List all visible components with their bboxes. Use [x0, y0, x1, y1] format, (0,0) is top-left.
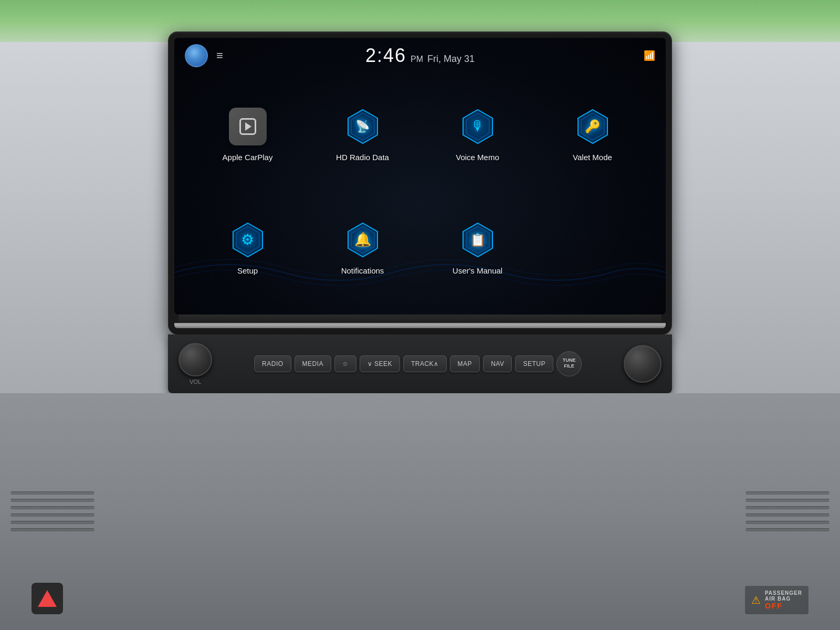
seek-down-button[interactable]: ∨ SEEK	[360, 355, 400, 372]
setup-button[interactable]: SETUP	[515, 355, 553, 372]
bottom-dashboard: ⚠ PASSENGER AIR BAG OFF	[0, 393, 840, 631]
vent-slot	[746, 506, 830, 509]
file-label: FILE	[564, 364, 574, 369]
app-item-empty	[535, 190, 650, 303]
time-ampm: PM	[411, 55, 423, 64]
carplay-play-symbol	[239, 118, 256, 135]
notifications-hex-icon: 🔔	[344, 221, 382, 259]
app-grid: Apple CarPlay 📡	[174, 71, 666, 314]
voice-memo-glyph: 🎙	[471, 118, 485, 134]
setup-hex-icon: ⚙	[229, 221, 267, 259]
users-manual-label: User's Manual	[453, 266, 502, 275]
screen: ≡ 2:46 PM Fri, May 31 📶	[174, 38, 666, 314]
valet-mode-glyph: 🔑	[585, 119, 601, 134]
time-display: 2:46	[365, 45, 406, 67]
screen-bezel: ≡ 2:46 PM Fri, May 31 📶	[168, 32, 672, 334]
notifications-glyph: 🔔	[354, 232, 371, 248]
app-item-hd-radio-data[interactable]: 📡 HD Radio Data	[305, 77, 420, 190]
header-bar: ≡ 2:46 PM Fri, May 31 📶	[174, 38, 666, 71]
date-display: Fri, May 31	[427, 54, 475, 65]
setup-label: Setup	[237, 266, 258, 275]
hd-radio-label: HD Radio Data	[336, 153, 389, 162]
app-item-users-manual[interactable]: 📋 User's Manual	[420, 190, 535, 303]
control-panel: VOL RADIO MEDIA ☆ ∨ SEEK TRACK∧ MAP NAV …	[168, 334, 672, 393]
avatar[interactable]	[185, 44, 208, 67]
setup-glyph: ⚙	[241, 231, 254, 248]
tune-knob[interactable]	[624, 345, 662, 383]
app-item-setup[interactable]: ⚙ Setup	[190, 190, 305, 303]
valet-mode-hex-icon: 🔑	[574, 108, 612, 145]
apple-carplay-icon-container	[227, 106, 269, 148]
apple-carplay-icon	[229, 108, 267, 145]
notifications-label: Notifications	[341, 266, 384, 275]
vent-slot	[10, 513, 94, 517]
vent-slot	[746, 513, 830, 517]
hd-radio-hex-icon: 📡	[344, 108, 382, 145]
track-up-button[interactable]: TRACK∧	[403, 355, 447, 372]
screen-content: ≡ 2:46 PM Fri, May 31 📶	[174, 38, 666, 314]
voice-memo-icon-container: 🎙	[457, 106, 499, 148]
notifications-icon-container: 🔔	[342, 219, 384, 261]
vent-slot	[746, 528, 830, 531]
vol-knob-wrapper: VOL	[178, 343, 212, 385]
carplay-triangle	[245, 122, 251, 131]
app-item-apple-carplay[interactable]: Apple CarPlay	[190, 77, 305, 190]
users-manual-icon-container: 📋	[457, 219, 499, 261]
setup-icon-container: ⚙	[227, 219, 269, 261]
apple-carplay-label: Apple CarPlay	[223, 153, 273, 162]
nav-button[interactable]: NAV	[483, 355, 512, 372]
radio-button[interactable]: RADIO	[254, 355, 291, 372]
mount-frame	[178, 314, 662, 323]
voice-memo-hex-icon: 🎙	[459, 108, 497, 145]
right-vent	[735, 393, 840, 631]
hamburger-menu-icon[interactable]: ≡	[216, 50, 223, 61]
app-item-voice-memo[interactable]: 🎙 Voice Memo	[420, 77, 535, 190]
right-vent-slots	[735, 393, 840, 631]
vent-slot	[746, 499, 830, 502]
vent-slot	[10, 506, 94, 509]
vent-slot	[10, 499, 94, 502]
hazard-triangle-icon	[38, 590, 57, 607]
vent-slot	[10, 491, 94, 495]
tune-label: TUNE	[563, 358, 576, 363]
vent-slot	[746, 521, 830, 524]
header-left: ≡	[185, 44, 223, 67]
hd-radio-glyph: 📡	[355, 120, 370, 133]
vent-slot	[10, 528, 94, 531]
hd-radio-icon-container: 📡	[342, 106, 384, 148]
valet-mode-icon-container: 🔑	[572, 106, 614, 148]
app-item-notifications[interactable]: 🔔 Notifications	[305, 190, 420, 303]
dashboard: ≡ 2:46 PM Fri, May 31 📶	[0, 0, 840, 630]
control-buttons-group: RADIO MEDIA ☆ ∨ SEEK TRACK∧ MAP NAV SETU…	[216, 351, 620, 376]
media-button[interactable]: MEDIA	[295, 355, 332, 372]
users-manual-glyph: 📋	[470, 233, 486, 247]
tune-knob-wrapper	[624, 345, 662, 383]
app-item-valet-mode[interactable]: 🔑 Valet Mode	[535, 77, 650, 190]
users-manual-hex-icon: 📋	[459, 221, 497, 259]
header-right: 📶	[644, 50, 655, 61]
signal-icon: 📶	[644, 50, 655, 61]
tune-file-button[interactable]: TUNE FILE	[556, 351, 582, 376]
silver-trim	[174, 323, 666, 328]
infotainment-unit: ≡ 2:46 PM Fri, May 31 📶	[168, 32, 672, 393]
header-center: 2:46 PM Fri, May 31	[365, 45, 475, 67]
map-button[interactable]: MAP	[450, 355, 480, 372]
favorite-button[interactable]: ☆	[334, 355, 356, 372]
vol-knob[interactable]	[178, 343, 212, 376]
vent-slot	[10, 521, 94, 524]
valet-mode-label: Valet Mode	[573, 153, 612, 162]
voice-memo-label: Voice Memo	[456, 153, 499, 162]
vol-label: VOL	[190, 379, 201, 385]
vent-slot	[746, 491, 830, 495]
